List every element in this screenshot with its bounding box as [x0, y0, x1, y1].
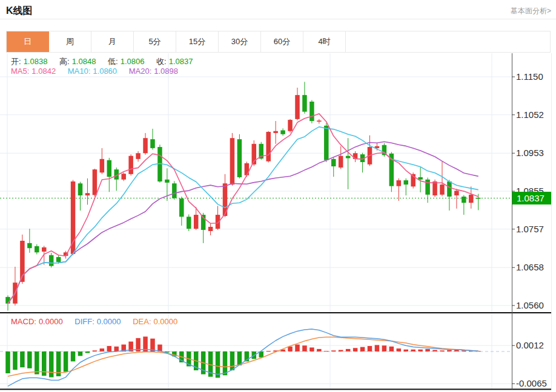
tab-60分[interactable]: 60分 — [261, 31, 303, 52]
chart-area: 1.11501.10521.09531.08551.07571.06581.05… — [0, 53, 552, 390]
candlestick-macd-chart[interactable]: 1.11501.10521.09531.08551.07571.06581.05… — [0, 53, 551, 390]
high-label: 高: — [59, 57, 70, 66]
ma-row: MA5:1.0842 MA10:1.0860 MA20:1.0898 — [11, 67, 188, 76]
low-label: 低: — [108, 57, 118, 66]
open-label: 开: — [11, 57, 21, 66]
ma20-layer — [8, 142, 478, 304]
macd-row: MACD:0.0000 DIFF:0.0000 DEA:0.0000 — [11, 317, 187, 326]
ma20-line — [8, 142, 478, 304]
price-axis: 1.11501.10521.09531.08551.07571.06581.05… — [512, 71, 547, 388]
high-value: 1.0848 — [72, 57, 96, 66]
candle-wicks — [8, 82, 478, 310]
ma20-label: MA20: — [129, 67, 152, 76]
candle-bodies — [5, 95, 480, 304]
svg-text:1.0953: 1.0953 — [516, 148, 544, 158]
current-price-tag: 1.0837 — [512, 192, 552, 204]
fundamental-analysis-link[interactable]: 基本面分析> — [511, 6, 551, 16]
svg-text:1.0757: 1.0757 — [516, 224, 544, 234]
ma20-value: 1.0898 — [154, 67, 178, 76]
dea-value: 0.0000 — [154, 317, 178, 326]
diff-label: DIFF: — [74, 317, 94, 326]
close-label: 收: — [156, 57, 167, 66]
dea-label: DEA: — [133, 317, 151, 326]
tab-周[interactable]: 周 — [49, 31, 91, 52]
macd-histogram — [5, 336, 480, 377]
ma5-label: MA5: — [11, 67, 29, 76]
tab-4时[interactable]: 4时 — [303, 31, 346, 52]
ma5-value: 1.0842 — [31, 67, 56, 76]
open-value: 1.0838 — [24, 57, 48, 66]
page-header: K线图 基本面分析> — [0, 0, 556, 19]
close-value: 1.0837 — [169, 57, 193, 66]
low-value: 1.0806 — [121, 57, 145, 66]
ma10-label: MA10: — [68, 67, 91, 76]
ma5-line — [8, 114, 478, 304]
panel-frame — [0, 53, 551, 390]
svg-text:0.0012: 0.0012 — [516, 340, 544, 350]
tab-5分[interactable]: 5分 — [134, 31, 176, 52]
tab-日[interactable]: 日 — [7, 31, 49, 52]
svg-text:1.1150: 1.1150 — [516, 71, 543, 82]
ma5-layer — [8, 114, 478, 304]
page-title: K线图 — [6, 5, 33, 18]
svg-text:1.0837: 1.0837 — [517, 193, 544, 203]
gridlines — [0, 53, 512, 390]
svg-text:-0.0065: -0.0065 — [516, 378, 547, 388]
tab-15分[interactable]: 15分 — [176, 31, 219, 52]
tab-月[interactable]: 月 — [91, 31, 134, 52]
svg-text:1.0560: 1.0560 — [516, 300, 544, 310]
svg-text:1.0658: 1.0658 — [516, 262, 544, 272]
macd-value: 0.0000 — [39, 317, 63, 326]
diff-value: 0.0000 — [97, 317, 121, 326]
kline-page: K线图 基本面分析> 日周月5分15分30分60分4时 1.11501.1052… — [0, 0, 556, 392]
dea-line — [8, 337, 478, 376]
tab-30分[interactable]: 30分 — [219, 31, 261, 52]
svg-text:1.1052: 1.1052 — [516, 109, 544, 120]
macd-label: MACD: — [11, 317, 36, 326]
ohlc-row: 开:1.0838 高:1.0848 低:1.0806 收:1.0837 — [11, 56, 202, 67]
diff-line — [8, 329, 478, 386]
interval-tabs: 日周月5分15分30分60分4时 — [6, 31, 551, 53]
ma10-value: 1.0860 — [93, 67, 117, 76]
